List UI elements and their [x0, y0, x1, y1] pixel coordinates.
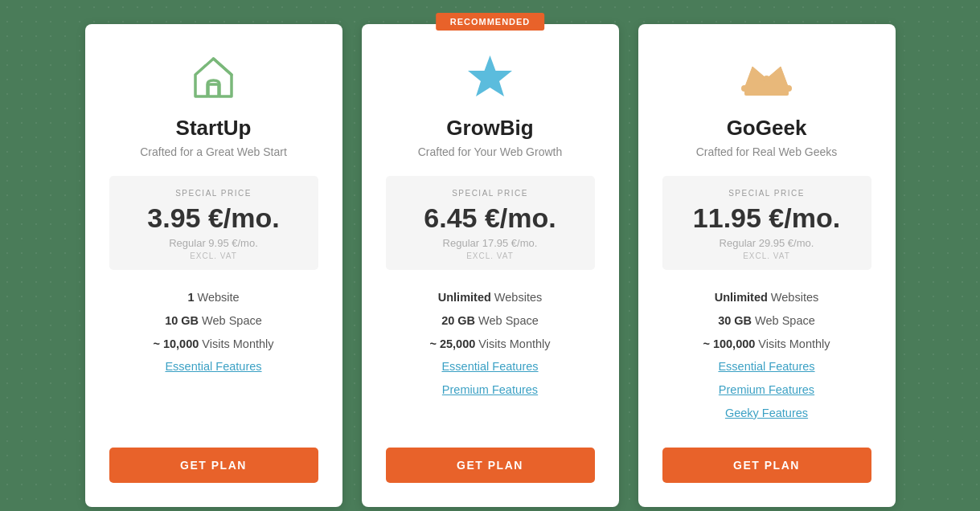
features-list-growbig: Unlimited Websites20 GB Web Space~ 25,00… — [386, 289, 595, 428]
price-box-gogeek: SPECIAL PRICE 11.95 €/mo. Regular 29.95 … — [662, 176, 871, 270]
svg-rect-0 — [208, 84, 219, 96]
plan-card-startup: StartUpCrafted for a Great Web Start SPE… — [85, 24, 342, 507]
price-box-startup: SPECIAL PRICE 3.95 €/mo. Regular 9.95 €/… — [109, 176, 318, 270]
price-main-growbig: 6.45 €/mo. — [394, 202, 587, 234]
plan-name-gogeek: GoGeek — [727, 116, 807, 141]
svg-point-5 — [764, 76, 770, 82]
feature-link[interactable]: Premium Features — [719, 383, 814, 396]
plans-container: StartUpCrafted for a Great Web Start SPE… — [48, 24, 933, 507]
feature-link-item[interactable]: Premium Features — [386, 382, 595, 399]
feature-link[interactable]: Essential Features — [165, 360, 261, 373]
feature-item: 10 GB Web Space — [109, 313, 318, 330]
feature-link-item[interactable]: Essential Features — [662, 358, 871, 376]
plan-card-gogeek: GoGeekCrafted for Real Web Geeks SPECIAL… — [638, 24, 896, 507]
star-icon — [462, 48, 519, 104]
feature-item: Unlimited Websites — [662, 289, 871, 307]
plan-name-growbig: GrowBig — [446, 116, 533, 141]
feature-link[interactable]: Essential Features — [718, 360, 814, 373]
feature-item: 20 GB Web Space — [386, 313, 595, 330]
price-regular-gogeek: Regular 29.95 €/mo. — [670, 237, 863, 249]
plan-name-startup: StartUp — [176, 116, 252, 141]
price-regular-startup: Regular 9.95 €/mo. — [117, 237, 310, 249]
price-vat-growbig: EXCL. VAT — [394, 251, 587, 260]
feature-link-item[interactable]: Essential Features — [386, 358, 595, 376]
feature-link-item[interactable]: Geeky Features — [662, 405, 871, 423]
price-vat-startup: EXCL. VAT — [117, 251, 310, 260]
plan-desc-gogeek: Crafted for Real Web Geeks — [696, 145, 838, 158]
price-main-startup: 3.95 €/mo. — [117, 202, 310, 234]
house-icon — [186, 48, 242, 104]
plan-card-growbig: RECOMMENDED GrowBigCrafted for Your Web … — [362, 24, 619, 507]
feature-link-item[interactable]: Essential Features — [109, 358, 318, 376]
feature-link[interactable]: Essential Features — [441, 360, 538, 373]
feature-link[interactable]: Geeky Features — [725, 407, 808, 419]
svg-rect-3 — [744, 88, 789, 96]
price-vat-gogeek: EXCL. VAT — [670, 251, 863, 260]
features-list-gogeek: Unlimited Websites30 GB Web Space~ 100,0… — [662, 289, 871, 428]
features-list-startup: 1 Website10 GB Web Space~ 10,000 Visits … — [109, 289, 318, 428]
feature-link-item[interactable]: Premium Features — [662, 382, 871, 399]
plan-desc-growbig: Crafted for Your Web Growth — [418, 145, 563, 158]
special-price-label: SPECIAL PRICE — [670, 189, 863, 198]
price-main-gogeek: 11.95 €/mo. — [670, 202, 863, 234]
feature-item: 30 GB Web Space — [662, 313, 871, 330]
svg-point-6 — [785, 85, 792, 92]
get-plan-button-growbig[interactable]: GET PLAN — [386, 448, 595, 483]
get-plan-button-gogeek[interactable]: GET PLAN — [662, 448, 871, 483]
get-plan-button-startup[interactable]: GET PLAN — [109, 448, 318, 483]
special-price-label: SPECIAL PRICE — [394, 189, 587, 198]
feature-item: Unlimited Websites — [386, 289, 595, 307]
recommended-badge: RECOMMENDED — [436, 13, 545, 31]
feature-item: 1 Website — [109, 289, 318, 307]
feature-item: ~ 25,000 Visits Monthly — [386, 336, 595, 354]
price-box-growbig: SPECIAL PRICE 6.45 €/mo. Regular 17.95 €… — [386, 176, 595, 270]
feature-item: ~ 10,000 Visits Monthly — [109, 336, 318, 354]
svg-point-4 — [741, 85, 748, 92]
feature-item: ~ 100,000 Visits Monthly — [662, 336, 871, 354]
plan-desc-startup: Crafted for a Great Web Start — [140, 145, 287, 158]
special-price-label: SPECIAL PRICE — [117, 189, 310, 198]
price-regular-growbig: Regular 17.95 €/mo. — [394, 237, 587, 249]
feature-link[interactable]: Premium Features — [442, 383, 538, 396]
crown-icon — [739, 48, 795, 104]
svg-marker-1 — [468, 55, 512, 96]
